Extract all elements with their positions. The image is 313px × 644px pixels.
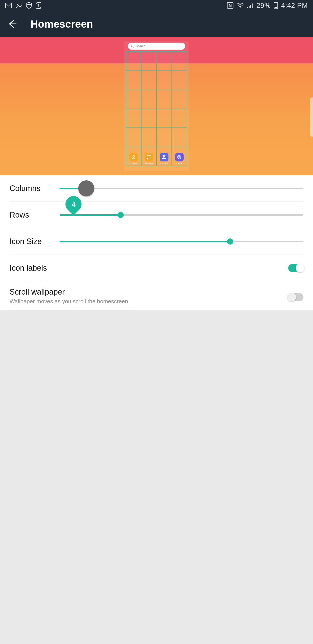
shield-icon [26, 2, 32, 9]
svg-rect-22 [163, 155, 165, 156]
grid-cell [172, 128, 187, 147]
scroll-wallpaper-sub: Wallpaper moves as you scroll the homesc… [9, 298, 280, 305]
grid-cell [141, 90, 156, 109]
grid-cell [156, 52, 172, 71]
grid-cell [156, 71, 172, 90]
svg-point-16 [131, 45, 133, 47]
svg-point-8 [240, 8, 241, 8]
icon-size-slider-thumb[interactable] [227, 238, 233, 244]
app-bar: Homescreen [0, 11, 313, 37]
grid-cell: Contacts [126, 147, 141, 166]
battery-percent: 29% [257, 2, 271, 10]
icon-size-row: Icon Size [9, 228, 304, 255]
scroll-wallpaper-label: Scroll wallpaper [9, 288, 280, 296]
grid-cell [172, 71, 187, 90]
search-placeholder: Search [136, 44, 145, 48]
rows-row: Rows [9, 202, 304, 228]
svg-rect-19 [147, 155, 151, 158]
status-bar: E N 29% 4:42 PM [0, 0, 313, 11]
columns-slider[interactable] [59, 183, 304, 194]
svg-point-21 [163, 156, 165, 158]
messages-app-icon [145, 153, 153, 162]
svg-point-18 [133, 156, 135, 158]
icon-size-slider[interactable] [59, 236, 304, 247]
app-label: Messages [144, 162, 154, 165]
battery-icon [274, 2, 278, 9]
edge-panel-handle[interactable] [310, 98, 313, 137]
page-title: Homescreen [30, 18, 93, 30]
sim-error-icon: E [36, 2, 41, 9]
rows-slider-thumb[interactable] [118, 212, 124, 218]
clock: 4:42 PM [281, 2, 308, 10]
grid-cell [126, 71, 141, 90]
grid-cell [141, 128, 156, 147]
scroll-wallpaper-toggle[interactable] [288, 293, 304, 301]
search-icon [131, 44, 134, 48]
columns-slider-thumb[interactable] [78, 180, 94, 196]
back-button[interactable] [7, 19, 17, 29]
svg-rect-15 [275, 7, 277, 8]
columns-row: Columns [9, 175, 304, 202]
phone-mockup: Search ContactsMessagesCameraInternet [124, 41, 189, 171]
svg-rect-12 [252, 4, 253, 8]
rows-label: Rows [9, 210, 51, 220]
grid-cell [141, 52, 156, 71]
svg-point-2 [17, 4, 18, 5]
gmail-icon [5, 2, 12, 8]
grid-cell: Camera [156, 147, 172, 166]
wifi-icon [237, 2, 244, 8]
nfc-icon: N [227, 2, 234, 9]
grid-cell [126, 52, 141, 71]
columns-label: Columns [9, 184, 51, 193]
scroll-wallpaper-row: Scroll wallpaper Wallpaper moves as you … [9, 281, 304, 314]
app-label: Contacts [129, 162, 138, 165]
grid-cell [126, 90, 141, 109]
app-label: Internet [176, 162, 183, 165]
svg-text:E: E [37, 4, 39, 7]
grid-cell [126, 128, 141, 147]
svg-rect-9 [247, 7, 248, 8]
camera-app-icon [160, 153, 168, 162]
svg-rect-11 [250, 5, 251, 8]
grid-cell [172, 90, 187, 109]
svg-line-17 [133, 47, 134, 48]
icon-labels-label: Icon labels [9, 264, 280, 272]
grid-cell [172, 52, 187, 71]
grid-cell [156, 128, 172, 147]
grid-cell: Internet [172, 147, 187, 166]
cell-signal-icon [247, 2, 254, 8]
app-label: Camera [160, 162, 168, 165]
icon-labels-toggle[interactable] [288, 264, 304, 272]
grid-cell [156, 90, 172, 109]
gallery-icon [16, 2, 22, 8]
contacts-app-icon [129, 153, 138, 162]
grid-cell [126, 109, 141, 128]
internet-app-icon [175, 153, 184, 162]
nav-bar-area [0, 310, 313, 644]
settings-panel: Columns Rows Icon Size [0, 175, 313, 310]
icon-labels-row: Icon labels [9, 255, 304, 281]
grid-cell: Messages [141, 147, 156, 166]
grid-cell [156, 109, 172, 128]
homescreen-preview: Search ContactsMessagesCameraInternet 4 [0, 37, 313, 175]
svg-text:N: N [229, 3, 232, 8]
grid-cell [141, 109, 156, 128]
rows-slider[interactable] [59, 210, 304, 220]
search-bar-preview: Search [128, 43, 185, 50]
grid-cell [141, 71, 156, 90]
icon-size-label: Icon Size [9, 237, 51, 246]
svg-rect-10 [249, 6, 250, 8]
grid-cell [172, 109, 187, 128]
grid-preview: ContactsMessagesCameraInternet [126, 51, 187, 166]
